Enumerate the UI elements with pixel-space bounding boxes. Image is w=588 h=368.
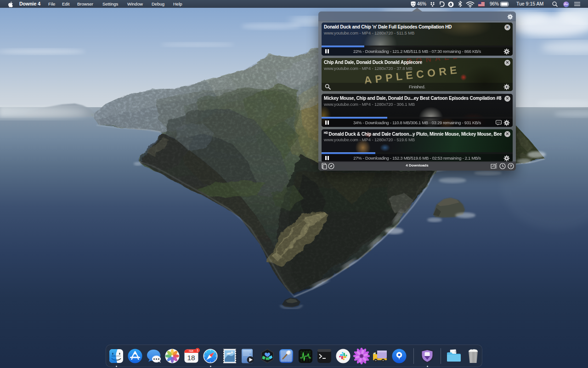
svg-text:FEB: FEB <box>189 350 193 352</box>
svg-text:?: ? <box>509 164 512 168</box>
svg-text:1: 1 <box>197 348 198 352</box>
svg-text:18: 18 <box>187 354 195 362</box>
